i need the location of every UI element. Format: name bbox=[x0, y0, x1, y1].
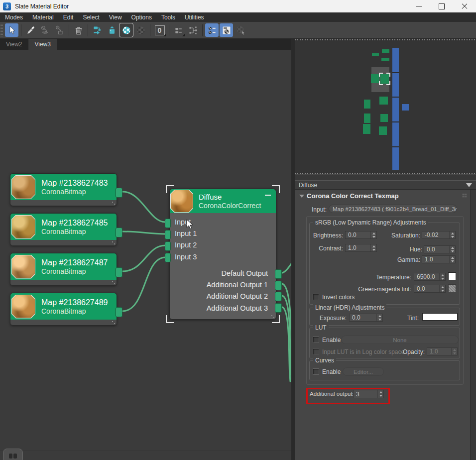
close-button[interactable] bbox=[453, 0, 476, 12]
node-graph-canvas[interactable]: Map #2138627483 CoronaBitmap Map #213862… bbox=[0, 50, 291, 460]
node-header[interactable]: Diffuse CoronaColorCorrect bbox=[170, 189, 276, 213]
resize-grip-icon[interactable] bbox=[112, 321, 115, 324]
show-end-result-button[interactable]: 0 bbox=[153, 23, 166, 37]
hue-spinner[interactable]: 0.0 bbox=[424, 245, 456, 253]
panel-separator[interactable] bbox=[291, 39, 295, 460]
parameter-rollout-toggle-button[interactable] bbox=[205, 23, 219, 37]
output-socket[interactable] bbox=[275, 292, 282, 301]
saturation-spinner[interactable]: -0.02 bbox=[422, 231, 456, 239]
opacity-spinner[interactable]: 1.0 bbox=[427, 347, 458, 355]
lut-file-button[interactable]: None bbox=[341, 336, 459, 344]
splitter-handle-bottom[interactable] bbox=[295, 172, 476, 174]
material-preview-toggle-button[interactable] bbox=[220, 23, 233, 37]
get-material-button[interactable] bbox=[38, 23, 52, 37]
input-slot-label[interactable]: Input 3 bbox=[175, 253, 197, 261]
node-header[interactable]: Map #2138627483 CoronaBitmap bbox=[10, 174, 117, 200]
put-to-library-button[interactable] bbox=[105, 23, 119, 37]
resize-grip-icon[interactable] bbox=[112, 281, 115, 284]
node-header[interactable]: Map #2138627485 CoronaBitmap bbox=[10, 214, 117, 240]
delete-selected-button[interactable] bbox=[72, 23, 85, 37]
show-background-button[interactable] bbox=[134, 23, 147, 37]
3dsmax-app-icon: 3 bbox=[3, 2, 11, 10]
menu-edit[interactable]: Edit bbox=[63, 14, 74, 21]
temperature-spinner[interactable]: 6500.0 bbox=[414, 273, 446, 281]
view-navigation-button[interactable] bbox=[3, 449, 23, 460]
node-selector-dropdown[interactable]: Diffuse bbox=[295, 180, 476, 190]
output-slot-label[interactable]: Default Output bbox=[222, 269, 268, 277]
output-slot-label[interactable]: Additional Output 2 bbox=[207, 292, 268, 300]
input-socket[interactable] bbox=[165, 219, 171, 228]
additional-outputs-spinner[interactable]: 3 bbox=[353, 390, 384, 398]
layout-children-button[interactable] bbox=[186, 23, 200, 37]
output-socket[interactable] bbox=[116, 228, 122, 237]
output-slot-label[interactable]: Additional Output 1 bbox=[207, 281, 268, 289]
show-shaded-material-in-viewport-button[interactable] bbox=[119, 23, 133, 37]
pick-material-from-object-button[interactable] bbox=[24, 23, 37, 37]
map-node-2138627483[interactable]: Map #2138627483 CoronaBitmap bbox=[10, 173, 117, 206]
map-node-2138627487[interactable]: Map #2138627487 CoronaBitmap bbox=[10, 253, 117, 286]
gamma-spinner[interactable]: 1.0 bbox=[422, 255, 456, 263]
minimap-rect-green bbox=[364, 114, 370, 123]
menu-utilities[interactable]: Utilities bbox=[185, 14, 204, 21]
output-socket[interactable] bbox=[275, 269, 282, 279]
lut-log-checkbox[interactable] bbox=[313, 348, 319, 355]
menu-tools[interactable]: Tools bbox=[161, 14, 175, 21]
output-socket[interactable] bbox=[116, 307, 122, 317]
map-node-2138627489[interactable]: Map #2138627489 CoronaBitmap bbox=[10, 293, 117, 326]
eyedropper-icon bbox=[26, 25, 36, 35]
node-header[interactable]: Map #2138627489 CoronaBitmap bbox=[10, 293, 117, 320]
material-library-button[interactable] bbox=[234, 23, 247, 37]
output-slot-label[interactable]: Additional Output 3 bbox=[207, 304, 268, 312]
panel-scrollbar[interactable] bbox=[470, 190, 476, 460]
assign-material-to-selection-button[interactable] bbox=[91, 23, 104, 37]
resize-grip-icon[interactable] bbox=[112, 241, 115, 244]
invert-colors-checkbox[interactable] bbox=[313, 294, 319, 300]
toolbar-drag-handle[interactable] bbox=[0, 24, 3, 37]
put-material-to-scene-button[interactable] bbox=[53, 23, 66, 37]
input-slot-label[interactable]: Input 1 bbox=[175, 230, 197, 237]
green-magenta-spinner[interactable]: 0.0 bbox=[414, 285, 446, 293]
tab-view2[interactable]: View2 bbox=[0, 39, 28, 50]
maximize-button[interactable] bbox=[430, 0, 453, 12]
exposure-spinner[interactable]: 0.0 bbox=[349, 314, 383, 322]
lut-enable-checkbox[interactable] bbox=[313, 337, 319, 343]
output-socket[interactable] bbox=[275, 303, 282, 313]
navigator-minimap[interactable] bbox=[295, 41, 476, 173]
input-map-button[interactable]: Map #2138627483 ( f901c2b4_Bread_01_Diff… bbox=[329, 205, 457, 213]
resize-grip-icon[interactable] bbox=[112, 201, 115, 205]
input-socket[interactable] bbox=[165, 230, 171, 239]
output-socket[interactable] bbox=[275, 281, 282, 290]
output-socket[interactable] bbox=[116, 267, 122, 277]
rollout-grip-icon[interactable] bbox=[462, 193, 467, 198]
tab-view3[interactable]: View3 bbox=[28, 39, 57, 50]
resize-grip-icon[interactable] bbox=[271, 315, 274, 318]
input-socket[interactable] bbox=[165, 253, 171, 262]
node-header[interactable]: Map #2138627487 CoronaBitmap bbox=[10, 253, 117, 280]
input-slot-label[interactable]: Input bbox=[175, 218, 191, 226]
collapse-node-button[interactable] bbox=[265, 195, 271, 196]
layout-all-button[interactable] bbox=[172, 23, 185, 37]
curves-editor-button[interactable]: Editor... bbox=[343, 367, 384, 376]
rollout-expand-icon[interactable] bbox=[299, 195, 304, 198]
menu-options[interactable]: Options bbox=[131, 14, 152, 21]
contrast-spinner[interactable]: 1.0 bbox=[345, 244, 377, 252]
menu-view[interactable]: View bbox=[109, 14, 122, 21]
tint-color-swatch[interactable] bbox=[422, 313, 458, 321]
map-node-2138627485[interactable]: Map #2138627485 CoronaBitmap bbox=[10, 213, 117, 246]
menu-modes[interactable]: Modes bbox=[5, 14, 23, 21]
curves-enable-checkbox[interactable] bbox=[313, 368, 319, 375]
input-slot-label[interactable]: Input 2 bbox=[175, 241, 197, 249]
main-toolbar: 0 bbox=[0, 22, 476, 39]
select-tool-button[interactable] bbox=[5, 23, 18, 37]
output-socket[interactable] bbox=[116, 188, 122, 198]
input-socket[interactable] bbox=[165, 241, 171, 251]
menu-select[interactable]: Select bbox=[83, 14, 99, 21]
diffuse-colorcorrect-node[interactable]: Diffuse CoronaColorCorrect Input Input 1… bbox=[169, 189, 276, 320]
background-ball-icon bbox=[136, 25, 146, 35]
temperature-color-swatch[interactable] bbox=[448, 272, 456, 280]
rollout-title[interactable]: Corona Color Correct Texmap bbox=[307, 192, 399, 200]
minimize-button[interactable] bbox=[407, 0, 430, 12]
green-magenta-swatch[interactable] bbox=[448, 284, 456, 292]
menu-material[interactable]: Material bbox=[32, 14, 54, 21]
node-type: CoronaBitmap bbox=[41, 307, 108, 316]
